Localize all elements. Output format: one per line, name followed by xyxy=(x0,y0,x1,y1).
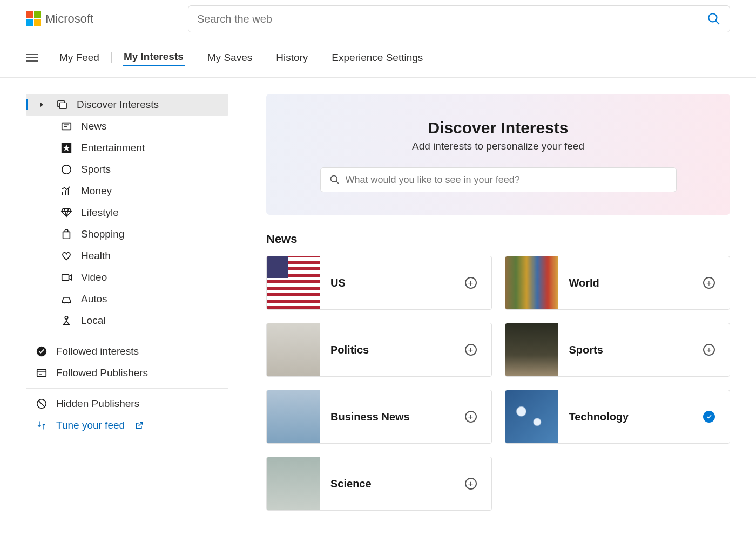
search-input[interactable] xyxy=(197,13,707,25)
card-label: Science xyxy=(320,478,458,490)
microsoft-logo-icon xyxy=(26,11,41,26)
brand-name: Microsoft xyxy=(45,12,93,26)
interest-card-business-news[interactable]: Business News+ xyxy=(266,390,492,444)
card-action[interactable]: + xyxy=(458,471,484,497)
sidebar-item-label: Video xyxy=(81,272,107,283)
add-plus-icon[interactable]: + xyxy=(703,277,715,289)
sidebar-category-entertainment[interactable]: Entertainment xyxy=(26,137,228,159)
search-icon[interactable] xyxy=(707,12,721,26)
sidebar-followed-publishers[interactable]: Followed Publishers xyxy=(26,362,228,384)
svg-rect-12 xyxy=(63,232,70,239)
card-action[interactable]: + xyxy=(458,270,484,296)
hero-search[interactable] xyxy=(320,167,677,192)
sidebar-item-label: Followed Publishers xyxy=(56,367,148,379)
star-icon xyxy=(60,142,72,154)
interest-card-technology[interactable]: Technology xyxy=(505,390,731,444)
sidebar-category-lifestyle[interactable]: Lifestyle xyxy=(26,202,228,223)
sidebar-discover-interests[interactable]: Discover Interests xyxy=(26,94,228,116)
svg-line-22 xyxy=(336,181,339,184)
interest-card-sports[interactable]: Sports+ xyxy=(505,323,731,377)
header-search[interactable] xyxy=(188,5,730,32)
diamond-icon xyxy=(60,207,72,219)
news-icon xyxy=(60,120,72,132)
add-plus-icon[interactable]: + xyxy=(465,277,477,289)
ball-icon xyxy=(60,164,72,175)
card-label: Politics xyxy=(320,344,458,356)
publishers-icon xyxy=(36,367,48,379)
interests-icon xyxy=(56,99,68,111)
selected-check-icon[interactable] xyxy=(703,411,715,423)
sidebar: Discover Interests NewsEntertainmentSpor… xyxy=(26,94,228,511)
main-content: Discover Interests NewsEntertainmentSpor… xyxy=(0,78,756,527)
sidebar-category-news[interactable]: News xyxy=(26,116,228,137)
sidebar-item-label: Followed interests xyxy=(56,345,139,357)
search-icon xyxy=(329,174,340,185)
card-action[interactable]: + xyxy=(458,404,484,430)
sidebar-category-shopping[interactable]: Shopping xyxy=(26,223,228,245)
add-plus-icon[interactable]: + xyxy=(465,344,477,356)
nav-my-saves[interactable]: My Saves xyxy=(206,50,253,66)
blocked-icon xyxy=(36,398,48,410)
sidebar-hidden-publishers[interactable]: Hidden Publishers xyxy=(26,393,228,415)
sidebar-item-label: Health xyxy=(81,250,111,262)
card-action[interactable] xyxy=(696,404,722,430)
svg-rect-3 xyxy=(59,103,66,108)
card-label: Technology xyxy=(558,411,697,423)
svg-point-0 xyxy=(708,13,717,22)
bag-icon xyxy=(60,228,72,240)
add-plus-icon[interactable]: + xyxy=(465,411,477,423)
nav-separator xyxy=(111,52,112,63)
interest-card-politics[interactable]: Politics+ xyxy=(266,323,492,377)
card-thumbnail xyxy=(267,323,320,376)
section-title: News xyxy=(266,232,730,246)
card-thumbnail xyxy=(505,390,558,443)
sidebar-tune-feed[interactable]: Tune your feed xyxy=(26,415,228,436)
hamburger-menu-icon[interactable] xyxy=(26,54,38,62)
svg-point-21 xyxy=(330,176,337,182)
sidebar-item-label: News xyxy=(81,120,107,132)
heart-icon xyxy=(60,250,72,262)
video-icon xyxy=(60,272,72,283)
add-plus-icon[interactable]: + xyxy=(465,478,477,490)
interest-card-world[interactable]: World+ xyxy=(505,256,731,310)
svg-rect-4 xyxy=(62,123,71,130)
sidebar-category-local[interactable]: Local xyxy=(26,310,228,331)
interest-search-input[interactable] xyxy=(346,174,667,186)
sidebar-followed-interests[interactable]: Followed interests xyxy=(26,341,228,362)
sidebar-category-health[interactable]: Health xyxy=(26,245,228,267)
card-action[interactable]: + xyxy=(458,337,484,363)
nav-history[interactable]: History xyxy=(275,50,309,66)
sidebar-category-sports[interactable]: Sports xyxy=(26,159,228,180)
header: Microsoft xyxy=(0,0,756,39)
sidebar-item-label: Money xyxy=(81,185,112,197)
sidebar-category-autos[interactable]: Autos xyxy=(26,288,228,310)
card-label: World xyxy=(558,277,697,289)
sidebar-category-money[interactable]: Money xyxy=(26,180,228,202)
sidebar-item-label: Discover Interests xyxy=(77,99,159,111)
interest-card-us[interactable]: US+ xyxy=(266,256,492,310)
main-nav: My Feed My Interests My Saves History Ex… xyxy=(0,39,756,78)
card-action[interactable]: + xyxy=(696,337,722,363)
card-thumbnail xyxy=(267,390,320,443)
svg-line-20 xyxy=(38,401,45,408)
sidebar-category-video[interactable]: Video xyxy=(26,267,228,288)
interest-card-science[interactable]: Science+ xyxy=(266,457,492,511)
brand-logo-area[interactable]: Microsoft xyxy=(26,11,177,26)
pin-icon xyxy=(60,315,72,327)
card-thumbnail xyxy=(505,256,558,309)
tune-icon xyxy=(36,419,48,431)
add-plus-icon[interactable]: + xyxy=(703,344,715,356)
nav-my-feed[interactable]: My Feed xyxy=(58,50,100,66)
sidebar-item-label: Sports xyxy=(81,164,111,175)
card-label: US xyxy=(320,277,458,289)
external-link-icon xyxy=(133,419,145,431)
card-action[interactable]: + xyxy=(696,270,722,296)
sidebar-item-label: Entertainment xyxy=(81,142,145,154)
svg-rect-13 xyxy=(62,275,69,281)
card-thumbnail xyxy=(267,256,320,309)
nav-my-interests[interactable]: My Interests xyxy=(123,49,185,66)
sidebar-item-label: Tune your feed xyxy=(56,419,125,431)
nav-experience-settings[interactable]: Experience Settings xyxy=(330,50,424,66)
sidebar-item-label: Local xyxy=(81,315,105,327)
hero-title: Discover Interests xyxy=(288,119,708,137)
